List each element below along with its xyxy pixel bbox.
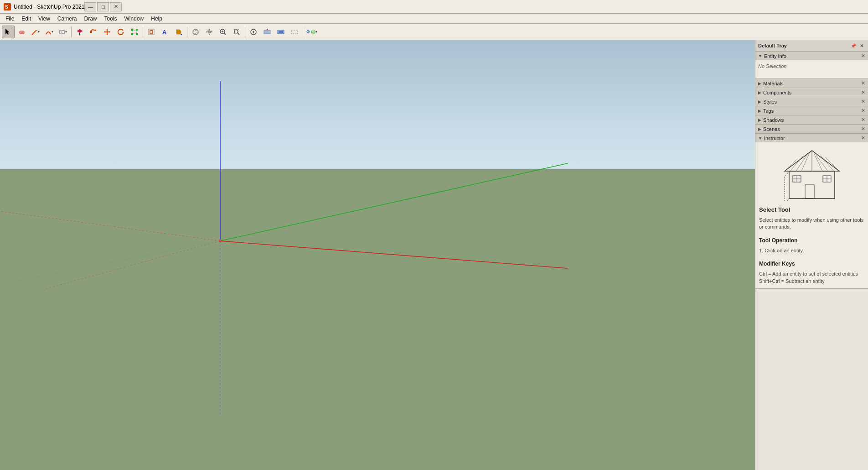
styles-arrow: ▶ — [758, 99, 761, 104]
minimize-button[interactable]: ― — [84, 2, 96, 11]
offset-tool-button[interactable] — [145, 26, 158, 38]
eraser-tool-button[interactable] — [16, 26, 28, 38]
zoom-extents-tool-button[interactable] — [230, 26, 243, 38]
svg-marker-13 — [95, 29, 96, 31]
svg-rect-50 — [291, 30, 298, 34]
tags-header[interactable]: ▶ Tags ✕ — [755, 106, 868, 115]
entity-info-close[interactable]: ✕ — [861, 53, 865, 59]
instructor-header-left: ▼ Instructor — [758, 136, 785, 141]
menu-help[interactable]: Help — [147, 15, 166, 23]
entity-info-header[interactable]: ▼ Entity Info ✕ — [755, 52, 868, 60]
rotate-tool-button[interactable] — [114, 26, 127, 38]
pencil-tool-button[interactable]: ▾ — [29, 26, 42, 38]
scenes-close[interactable]: ✕ — [861, 126, 865, 132]
hide-section-button[interactable] — [288, 26, 301, 38]
arc-tool-button[interactable]: ▾ — [43, 26, 56, 38]
follow-me-tool-button[interactable] — [87, 26, 100, 38]
shadows-header-left: ▶ Shadows — [758, 117, 784, 123]
push-pull-tool-button[interactable] — [73, 26, 86, 38]
modifier-keys-text: Ctrl = Add an entity to set of selected … — [759, 271, 864, 285]
geo-location-button[interactable]: ▾ — [305, 26, 318, 38]
instructor-arrow: ▼ — [758, 136, 762, 141]
menu-tools[interactable]: Tools — [101, 15, 121, 23]
svg-marker-12 — [79, 35, 81, 36]
move-tool-button[interactable] — [101, 26, 114, 38]
paint-tool-button[interactable] — [172, 26, 185, 38]
menu-edit[interactable]: Edit — [18, 15, 35, 23]
entity-info-label: Entity Info — [764, 53, 786, 59]
menu-draw[interactable]: Draw — [81, 15, 101, 23]
styles-header[interactable]: ▶ Styles ✕ — [755, 97, 868, 106]
svg-rect-28 — [150, 31, 153, 33]
close-button[interactable]: ✕ — [110, 2, 122, 11]
tags-section: ▶ Tags ✕ — [755, 106, 868, 115]
menu-window[interactable]: Window — [121, 15, 148, 23]
entity-info-content: No Selection — [755, 60, 868, 78]
scale-tool-button[interactable] — [128, 26, 141, 38]
shadows-close[interactable]: ✕ — [861, 117, 865, 123]
shape-tool-button[interactable]: ▾ — [57, 26, 69, 38]
entity-info-header-left: ▼ Entity Info — [758, 53, 786, 59]
select-tool-heading: Select Tool — [759, 206, 864, 213]
tool-operation-text: 1. Click on an entity. — [759, 247, 864, 254]
svg-marker-17 — [106, 29, 108, 30]
svg-point-38 — [234, 30, 238, 33]
materials-section: ▶ Materials ✕ — [755, 79, 868, 88]
svg-line-69 — [785, 157, 798, 171]
styles-label: Styles — [763, 99, 777, 104]
scenes-header[interactable]: ▶ Scenes ✕ — [755, 125, 868, 133]
svg-marker-18 — [106, 34, 108, 35]
pan-tool-button[interactable] — [203, 26, 216, 38]
section-fill-button[interactable] — [274, 26, 287, 38]
select-tool-button[interactable] — [2, 26, 15, 38]
shadows-section: ▶ Shadows ✕ — [755, 115, 868, 125]
toolbar-separator-4 — [245, 26, 245, 37]
tray-controls: 📌 ✕ — [850, 42, 865, 49]
svg-marker-2 — [5, 29, 10, 35]
section-plane-button[interactable] — [261, 26, 274, 38]
default-tray-header: Default Tray 📌 ✕ — [755, 40, 868, 52]
scenes-arrow: ▶ — [758, 127, 761, 131]
materials-label: Materials — [763, 81, 784, 86]
window-controls[interactable]: ― □ ✕ — [84, 2, 122, 11]
canvas-svg — [0, 40, 755, 470]
styles-header-left: ▶ Styles — [758, 99, 777, 104]
toolbar-separator-5 — [303, 26, 303, 37]
svg-line-62 — [46, 241, 220, 289]
instructor-illustration — [780, 146, 844, 201]
svg-text:A: A — [162, 29, 167, 36]
materials-close[interactable]: ✕ — [861, 80, 865, 86]
materials-header-left: ▶ Materials — [758, 81, 784, 86]
svg-line-73 — [826, 157, 839, 171]
walk-tool-button[interactable] — [247, 26, 260, 38]
maximize-button[interactable]: □ — [97, 2, 109, 11]
instructor-header[interactable]: ▼ Instructor ✕ — [755, 134, 868, 142]
svg-marker-47 — [266, 29, 268, 30]
svg-rect-14 — [90, 31, 92, 33]
orbit-tool-button[interactable] — [189, 26, 202, 38]
text-tool-button[interactable]: A — [159, 26, 171, 38]
menu-view[interactable]: View — [35, 15, 54, 23]
svg-line-42 — [238, 29, 238, 30]
instructor-close[interactable]: ✕ — [861, 135, 865, 141]
modifier-keys-heading: Modifier Keys — [759, 261, 864, 267]
tray-close-button[interactable]: ✕ — [858, 42, 865, 49]
toolbar-separator-3 — [187, 26, 187, 37]
svg-line-41 — [234, 33, 235, 34]
styles-close[interactable]: ✕ — [861, 99, 865, 104]
menu-camera[interactable]: Camera — [54, 15, 81, 23]
tags-close[interactable]: ✕ — [861, 108, 865, 114]
materials-header[interactable]: ▶ Materials ✕ — [755, 79, 868, 88]
components-section: ▶ Components ✕ — [755, 88, 868, 97]
zoom-tool-button[interactable] — [217, 26, 229, 38]
tray-pin-button[interactable]: 📌 — [850, 42, 857, 49]
components-close[interactable]: ✕ — [861, 89, 865, 95]
scenes-section: ▶ Scenes ✕ — [755, 125, 868, 134]
tags-arrow: ▶ — [758, 109, 761, 113]
components-header[interactable]: ▶ Components ✕ — [755, 88, 868, 97]
svg-rect-24 — [136, 29, 138, 31]
toolbar-separator-2 — [143, 26, 143, 37]
shadows-header[interactable]: ▶ Shadows ✕ — [755, 115, 868, 124]
viewport[interactable] — [0, 40, 755, 470]
menu-file[interactable]: File — [2, 15, 18, 23]
